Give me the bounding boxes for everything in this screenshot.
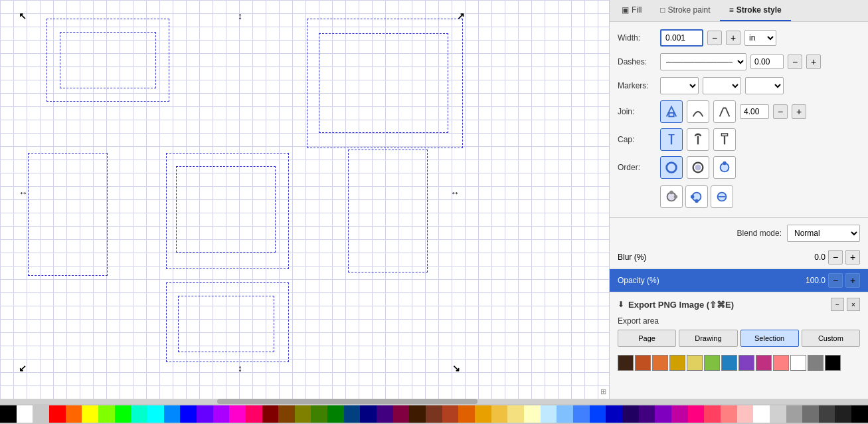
palette-royal-blue[interactable] <box>590 405 606 423</box>
palette-blue[interactable] <box>180 405 197 423</box>
order-paint-under-btn[interactable] <box>687 156 709 179</box>
dashes-value[interactable] <box>750 54 784 69</box>
palette-light-blue[interactable] <box>164 405 181 423</box>
palette-purple-blue[interactable] <box>197 405 213 423</box>
order-markers-over-btn[interactable] <box>713 156 736 179</box>
color-swatch-pink[interactable] <box>756 355 772 371</box>
dashes-decrement[interactable]: − <box>788 54 802 69</box>
marker-mid-select[interactable] <box>703 77 741 94</box>
palette-black[interactable] <box>851 405 868 423</box>
unit-select[interactable]: in px pt mm cm <box>744 30 776 46</box>
color-swatch-blue[interactable] <box>721 355 737 371</box>
blur-increment[interactable]: + <box>845 250 860 265</box>
tab-stroke-style[interactable]: ≡ Stroke style <box>720 0 791 21</box>
color-swatch-green[interactable] <box>704 355 720 371</box>
palette-orange[interactable] <box>66 405 82 423</box>
dashes-increment[interactable]: + <box>806 54 821 69</box>
blur-decrement[interactable]: − <box>828 250 843 265</box>
order-markers-fill-stroke-btn[interactable] <box>685 185 708 208</box>
palette-light-gold[interactable] <box>491 405 508 423</box>
palette-burnt-orange[interactable] <box>458 405 475 423</box>
export-drawing-btn[interactable]: Drawing <box>679 330 737 347</box>
cap-square-btn[interactable] <box>713 128 736 151</box>
export-close-btn[interactable]: × <box>847 298 860 311</box>
order-stroke-markers-fill-btn[interactable] <box>711 185 733 208</box>
order-fill-stroke-markers-btn[interactable] <box>660 185 683 208</box>
palette-fuchsia[interactable] <box>671 405 688 423</box>
palette-light-pink[interactable] <box>721 405 737 423</box>
palette-pale-yellow[interactable] <box>507 405 524 423</box>
palette-teal[interactable] <box>131 405 147 423</box>
opacity-increment[interactable]: + <box>845 273 860 288</box>
palette-olive[interactable] <box>295 405 311 423</box>
join-round-btn[interactable] <box>687 100 709 123</box>
palette-pale-blue[interactable] <box>541 405 557 423</box>
palette-gray-3[interactable] <box>786 405 803 423</box>
palette-violet[interactable] <box>655 405 671 423</box>
palette-dark-green[interactable] <box>311 405 327 423</box>
join-decrement[interactable]: − <box>773 104 788 119</box>
palette-coral-red[interactable] <box>704 405 721 423</box>
join-bevel-btn[interactable] <box>713 100 736 123</box>
palette-white[interactable] <box>17 405 33 423</box>
scrollbar-thumb[interactable] <box>217 399 477 404</box>
width-input[interactable] <box>660 29 703 47</box>
tab-fill[interactable]: ▣ Fill <box>612 0 651 21</box>
marker-end-select[interactable] <box>745 77 784 94</box>
palette-blush[interactable] <box>737 405 754 423</box>
export-custom-btn[interactable]: Custom <box>802 330 860 347</box>
opacity-decrement[interactable]: − <box>828 273 843 288</box>
join-value[interactable] <box>740 104 769 119</box>
palette-dark-red[interactable] <box>262 405 279 423</box>
palette-yellow[interactable] <box>82 405 98 423</box>
color-swatch-black[interactable] <box>825 355 841 371</box>
width-decrement[interactable]: − <box>707 31 722 45</box>
palette-magenta[interactable] <box>229 405 246 423</box>
palette-gray-4[interactable] <box>770 405 786 423</box>
palette-deep-purple[interactable] <box>639 405 655 423</box>
palette-dark-brown[interactable] <box>409 405 426 423</box>
palette-amber[interactable] <box>475 405 491 423</box>
palette-dark-rose[interactable] <box>393 405 410 423</box>
color-swatch-white[interactable] <box>790 355 806 371</box>
palette-forest-green[interactable] <box>327 405 344 423</box>
palette-none[interactable] <box>0 405 17 423</box>
palette-purple[interactable] <box>213 405 230 423</box>
cap-butt-btn[interactable] <box>660 128 683 151</box>
palette-gray-2[interactable] <box>802 405 819 423</box>
order-paint-over-btn[interactable] <box>660 156 683 179</box>
palette-dark-navy[interactable] <box>360 405 377 423</box>
palette-medium-blue[interactable] <box>606 405 622 423</box>
palette-red[interactable] <box>49 405 66 423</box>
export-selection-btn[interactable]: Selection <box>740 330 799 347</box>
horizontal-scrollbar[interactable] <box>0 399 868 404</box>
palette-indigo[interactable] <box>622 405 639 423</box>
cap-round-btn[interactable] <box>687 128 709 151</box>
palette-cream[interactable] <box>524 405 541 423</box>
marker-start-select[interactable] <box>660 77 699 94</box>
tab-stroke-paint[interactable]: □ Stroke paint <box>651 0 719 21</box>
color-swatch-dark-brown[interactable] <box>618 355 634 371</box>
join-increment[interactable]: + <box>792 104 806 119</box>
palette-rose[interactable] <box>246 405 262 423</box>
color-swatch-red-brown[interactable] <box>635 355 651 371</box>
export-minimize-btn[interactable]: − <box>831 298 844 311</box>
palette-gray-5[interactable] <box>753 405 770 423</box>
palette-navy[interactable] <box>344 405 361 423</box>
export-page-btn[interactable]: Page <box>618 330 676 347</box>
palette-yellow-green[interactable] <box>98 405 115 423</box>
opacity-row[interactable]: Opacity (%) 100.0 − + <box>610 269 868 292</box>
dashes-select[interactable]: ────────────── - - - - - - - · · · · · · <box>660 53 746 70</box>
color-swatch-purple[interactable] <box>738 355 754 371</box>
palette-rust[interactable] <box>426 405 442 423</box>
color-swatch-yellow[interactable] <box>687 355 703 371</box>
color-swatch-light-red[interactable] <box>773 355 789 371</box>
width-increment[interactable]: + <box>726 31 740 45</box>
palette-dark-purple[interactable] <box>377 405 393 423</box>
palette-cyan[interactable] <box>147 405 164 423</box>
palette-dark-gray[interactable] <box>835 405 851 423</box>
color-swatch-gold[interactable] <box>669 355 685 371</box>
palette-green[interactable] <box>115 405 131 423</box>
canvas[interactable]: ↖ ↕ ↗ ↔ ↔ ↙ ↕ ↘ ⊞ <box>0 0 609 399</box>
color-swatch-gray[interactable] <box>808 355 824 371</box>
